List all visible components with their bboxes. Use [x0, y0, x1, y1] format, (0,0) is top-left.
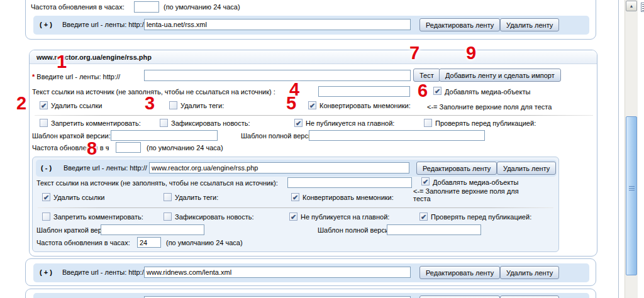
annotation-6: 6: [418, 82, 428, 100]
checkmark-icon: ✔: [420, 213, 427, 221]
frequency-input[interactable]: [116, 142, 141, 153]
annotation-3: 3: [145, 94, 155, 113]
remove-links-label: Удалить ссылки: [53, 194, 104, 201]
feed-group-previous: Частота обновления в часах: (по умолчани…: [25, 0, 596, 40]
source-link-input[interactable]: [318, 86, 410, 97]
scrollbar-thumb[interactable]: [626, 116, 637, 275]
add-media-label: Добавлять медиа-объекты: [445, 88, 530, 96]
convert-mnemonics-checkbox[interactable]: ✔: [308, 101, 316, 109]
feed-group-newsblog: ( + ) Введите url - ленты: http:// Редак…: [25, 289, 596, 298]
edit-feed-button[interactable]: Редактировать ленту: [419, 266, 500, 279]
content-right-border: [618, 0, 619, 298]
frequency-default-note: (по умолчанию 24 часа): [164, 3, 240, 11]
forbid-comments-checkbox[interactable]: [42, 212, 50, 221]
annotation-1: 1: [57, 53, 67, 71]
divider: [35, 115, 593, 116]
source-link-label: Текст ссылки на источник (не заполнять, …: [36, 179, 278, 187]
add-media-label: Добавлять медиа-объекты: [433, 179, 518, 186]
frequency-colon: :: [106, 144, 108, 152]
remove-links-checkbox[interactable]: ✔: [42, 193, 50, 201]
edit-feed-button[interactable]: Редактировать ленту: [416, 162, 497, 175]
frequency-input[interactable]: [137, 237, 161, 248]
remove-tags-checkbox[interactable]: [164, 193, 172, 201]
remove-tags-checkbox[interactable]: [169, 101, 177, 109]
fix-news-checkbox[interactable]: [164, 212, 172, 221]
source-link-input[interactable]: [287, 177, 412, 188]
frequency-default-note: (по умолчанию 24 часа): [147, 144, 223, 152]
template-short-input[interactable]: [111, 130, 218, 141]
checkmark-icon: ✔: [40, 102, 47, 109]
feed-url-input[interactable]: [144, 267, 411, 278]
delete-feed-button[interactable]: Удалить ленту: [500, 295, 559, 298]
checkmark-icon: ✔: [422, 178, 429, 185]
checkmark-icon: ✔: [290, 213, 297, 221]
convert-mnemonics-label: Конвертировать мнемоники:: [303, 194, 394, 201]
remove-links-label: Удалить ссылки: [51, 102, 102, 109]
feed-url-bar: ( + ) Введите url - ленты: http:// Редак…: [33, 293, 589, 298]
remove-tags-label: Удалить теги:: [180, 102, 224, 109]
annotation-9: 9: [466, 44, 476, 62]
add-media-checkbox[interactable]: ✔: [433, 87, 441, 95]
not-on-main-label: Не публикуется на главной:: [301, 213, 389, 221]
annotation-2: 2: [16, 94, 26, 113]
delete-feed-button[interactable]: Удалить ленту: [497, 162, 556, 175]
feed-url-bar: ( + ) Введите url - ленты: http:// Редак…: [33, 263, 589, 282]
scroll-up-button[interactable]: ▲: [626, 1, 637, 11]
forbid-comments-checkbox[interactable]: [40, 119, 48, 127]
new-feed-url-input[interactable]: [144, 70, 411, 81]
divider: [38, 207, 553, 208]
convert-mnemonics-checkbox[interactable]: ✔: [291, 193, 299, 201]
template-full-input[interactable]: [387, 224, 481, 235]
feed-expanded-panel: ( - ) Введите url - ленты: http:// Редак…: [32, 157, 559, 252]
delete-feed-button[interactable]: Удалить ленту: [500, 266, 559, 279]
frequency-label: Частота обновления в часах:: [31, 3, 125, 11]
delete-feed-button[interactable]: Удалить ленту: [500, 18, 559, 31]
not-on-main-checkbox[interactable]: ✔: [294, 119, 303, 127]
feed-url-label: Введите url - ленты: http://: [64, 164, 147, 172]
review-before-publish-checkbox[interactable]: ✔: [419, 212, 428, 221]
toggle-expand-feed[interactable]: ( + ): [40, 268, 52, 276]
forbid-comments-label: Запретить комментировать:: [53, 213, 143, 221]
annotation-7: 7: [409, 44, 419, 62]
edit-feed-button[interactable]: Редактировать ленту: [419, 295, 500, 298]
url-row-label: * Введите url - ленты: http://: [32, 73, 120, 80]
convert-mnemonics-label: Конвертировать мнемоники:: [319, 102, 411, 109]
remove-tags-label: Удалить теги:: [175, 194, 218, 201]
fix-news-label: Зафиксировать новость:: [171, 119, 250, 127]
feed-group-title: www.reactor.org.ua/engine/rss.php: [30, 50, 597, 64]
frequency-label: Частота обновления в часах:: [36, 239, 130, 246]
checkmark-icon: ✔: [43, 194, 50, 201]
frequency-input[interactable]: [134, 1, 159, 13]
not-on-main-label: Не публикуется на главной:: [306, 119, 394, 127]
feed-url-bar: ( + ) Введите url - ленты: http:// Редак…: [33, 16, 589, 35]
template-short-label: Шаблон краткой версии:: [32, 132, 111, 140]
annotation-8: 8: [87, 140, 97, 158]
review-before-publish-label: Проверять перед публикацией:: [435, 119, 536, 127]
vertical-scrollbar[interactable]: ▲: [625, 0, 638, 298]
feed-url-input[interactable]: [149, 162, 409, 174]
template-full-label: Шаблон полной версии:: [318, 226, 394, 234]
fix-news-checkbox[interactable]: [160, 119, 168, 127]
remove-links-checkbox[interactable]: ✔: [40, 101, 48, 109]
window-corner-icon: [641, 3, 644, 12]
frequency-default-note: (по умолчанию 24 часа): [166, 239, 243, 246]
frequency-label: Частота обновления в ч: [32, 144, 109, 152]
not-on-main-checkbox[interactable]: ✔: [289, 212, 297, 221]
fix-news-label: Зафиксировать новость:: [175, 213, 254, 221]
feed-group-ridnews: ( + ) Введите url - ленты: http:// Редак…: [25, 258, 596, 286]
feed-url-label: Введите url - ленты: http://: [62, 268, 146, 276]
add-media-checkbox[interactable]: ✔: [421, 177, 430, 185]
feed-group-main: www.reactor.org.ua/engine/rss.php * Введ…: [29, 50, 597, 257]
toggle-expand-feed[interactable]: ( + ): [40, 21, 52, 28]
add-feed-import-button[interactable]: Добавить ленту и сделать импорт: [439, 69, 561, 82]
required-mark: *: [32, 73, 35, 80]
template-full-input[interactable]: [309, 130, 485, 141]
test-button[interactable]: Тест: [413, 69, 440, 82]
toggle-collapse-feed[interactable]: ( - ): [41, 164, 52, 172]
review-before-publish-checkbox[interactable]: [424, 119, 432, 127]
feed-url-input[interactable]: [144, 19, 411, 30]
edit-feed-button[interactable]: Редактировать ленту: [419, 18, 500, 31]
template-short-input[interactable]: [101, 224, 204, 235]
fill-fields-hint: <-= Заполните верхние поля для теста: [427, 103, 552, 111]
template-full-label: Шаблон полной версии:: [241, 132, 318, 140]
